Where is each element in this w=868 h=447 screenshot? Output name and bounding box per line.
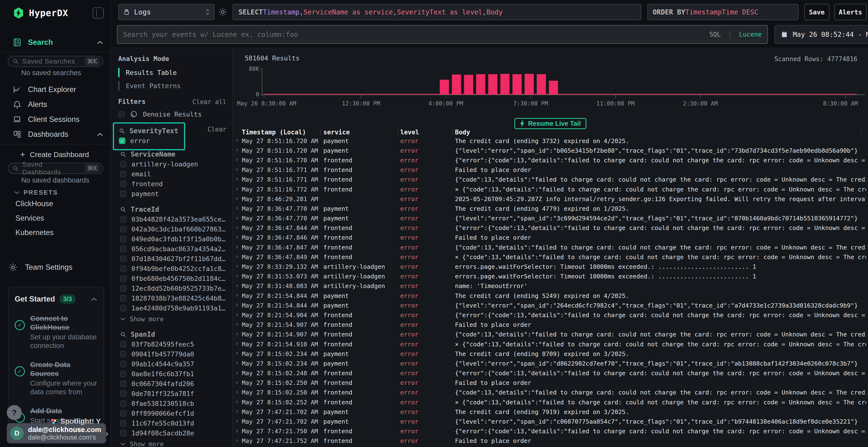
table-row[interactable]: ›May 27 8:46:29.281 AMerror2025-05-26T09…	[233, 194, 868, 204]
checkbox[interactable]	[120, 255, 127, 262]
filter-option[interactable]: 18287038b73e882425c64b8…	[120, 294, 232, 303]
filter-option[interactable]: 049ed0ac3fdb1f3f15a0b0b…	[120, 234, 232, 244]
filter-option[interactable]: 12ec8dd52b60b9525733b7e…	[120, 283, 232, 294]
checkbox[interactable]	[120, 171, 127, 177]
row-expand-icon[interactable]: ›	[235, 320, 239, 328]
chevron-up-icon[interactable]	[91, 297, 97, 301]
checkbox[interactable]	[120, 351, 127, 357]
show-more-button[interactable]: Show more	[120, 439, 232, 447]
checkbox[interactable]	[120, 371, 127, 377]
table-row[interactable]: ›May 27 8:36:47.770 AMpaymenterror{"leve…	[233, 214, 868, 223]
mode-results-table[interactable]: Results Table	[118, 66, 177, 78]
save-button[interactable]: Save	[804, 4, 830, 20]
sidebar-item-preset-clickhouse[interactable]: ClickHouse	[16, 199, 53, 208]
filter-option[interactable]: 03f7b824595feec5	[120, 339, 232, 349]
row-expand-icon[interactable]: ›	[235, 398, 239, 405]
row-expand-icon[interactable]: ›	[235, 253, 239, 260]
checkbox[interactable]	[120, 361, 127, 367]
toggle-sql[interactable]: SQL	[709, 31, 721, 38]
table-row[interactable]: ›May 27 8:15:02.250 AMfrontenderrorFaile…	[233, 378, 868, 388]
filter-option[interactable]: email	[120, 169, 232, 179]
resume-live-tail-button[interactable]: Resume Live Tail	[514, 118, 586, 129]
row-expand-icon[interactable]: ›	[235, 282, 239, 289]
checkbox[interactable]	[120, 410, 127, 417]
checkbox[interactable]	[120, 420, 127, 426]
sidebar-item-preset-kubernetes[interactable]: Kubernetes	[16, 228, 54, 237]
table-row[interactable]: ›May 27 8:36:47.849 AMfrontenderror× {"c…	[233, 252, 868, 262]
col-timestamp[interactable]: Timestamp (Local)	[242, 129, 306, 136]
row-expand-icon[interactable]: ›	[235, 408, 239, 415]
filter-option[interactable]: 056cd9acbaac8637a4354a2…	[120, 244, 232, 254]
table-row[interactable]: ›May 27 7:47:21.750 AMfrontenderror{"err…	[233, 426, 868, 436]
row-expand-icon[interactable]: ›	[235, 437, 239, 444]
table-row[interactable]: ›May 27 8:36:47.770 AMpaymenterrorThe cr…	[233, 204, 868, 213]
source-select[interactable]: Logs	[118, 4, 215, 20]
row-expand-icon[interactable]: ›	[235, 146, 239, 153]
histogram-bar[interactable]	[500, 74, 509, 95]
table-row[interactable]: ›May 27 8:21:54.844 AMpaymenterrorThe cr…	[233, 291, 868, 301]
filter-option[interactable]: 07d184304627bf2f11b67dd…	[120, 254, 232, 264]
histogram-bar[interactable]	[440, 80, 449, 95]
show-more-button[interactable]: Show more	[120, 314, 232, 324]
table-row[interactable]: ›May 27 8:36:47.844 AMfrontenderror{"err…	[233, 223, 868, 233]
table-row[interactable]: ›May 27 8:21:54.907 AMfrontenderrorFaile…	[233, 320, 868, 330]
row-expand-icon[interactable]: ›	[235, 204, 239, 211]
checkbox-checked[interactable]: ✓	[119, 138, 125, 144]
filter-option[interactable]: 0c0667304fafd206	[120, 379, 232, 389]
row-expand-icon[interactable]: ›	[235, 224, 239, 231]
table-row[interactable]: ›May 27 8:21:54.844 AMpaymenterror{"leve…	[233, 301, 868, 310]
checkbox[interactable]	[120, 285, 127, 291]
get-started-item[interactable]: ✓Connect to ClickHouseSet up your databa…	[15, 314, 97, 350]
col-service[interactable]: service	[323, 129, 350, 136]
filter-option[interactable]: 0ae8e1f6c6b37fb1	[120, 369, 232, 379]
table-row[interactable]: ›May 27 8:15:02.248 AMfrontenderror{"err…	[233, 369, 868, 378]
filter-option[interactable]: 0de781ff325a781f	[120, 389, 232, 399]
filter-option[interactable]: 042a30c3dc1baf660b27863…	[120, 224, 232, 234]
presets-toggle[interactable]: PRESETS	[14, 189, 58, 196]
row-expand-icon[interactable]: ›	[235, 175, 239, 182]
clear-all-button[interactable]: Clear all	[192, 98, 226, 105]
checkbox[interactable]	[120, 236, 127, 242]
filter-option[interactable]: 0fbe680eb456750b2d1184c…	[120, 274, 232, 283]
filter-option[interactable]: 1ae42480d758e9ab91193a1…	[120, 303, 232, 313]
create-dashboard-button[interactable]: + Create Dashboard	[20, 150, 89, 159]
filter-option[interactable]: payment	[120, 189, 232, 199]
table-row[interactable]: ›May 27 8:31:53.073 AMartillery-loadgene…	[233, 272, 868, 281]
row-expand-icon[interactable]: ›	[235, 417, 239, 424]
table-row[interactable]: ›May 27 8:15:02.234 AMpaymenterrorThe cr…	[233, 349, 868, 358]
histogram-bar[interactable]	[525, 74, 534, 95]
table-row[interactable]: ›May 27 8:51:16.771 AMfrontenderrorFaile…	[233, 165, 868, 175]
table-row[interactable]: ›May 27 8:21:54.904 AMfrontenderror{"err…	[233, 310, 868, 320]
col-body[interactable]: Body	[455, 129, 470, 136]
toggle-lucene[interactable]: Lucene	[739, 31, 762, 38]
row-expand-icon[interactable]: ›	[235, 349, 239, 357]
table-row[interactable]: ›May 27 8:15:02.250 AMfrontenderror{"cod…	[233, 388, 868, 398]
histogram-bar[interactable]	[476, 74, 485, 95]
get-started-item[interactable]: ✓Create Data SourcesConfigure where your…	[15, 360, 97, 396]
alerts-button[interactable]: Alerts	[834, 4, 867, 20]
sidebar-item-preset-services[interactable]: Services	[16, 214, 44, 222]
row-expand-icon[interactable]: ›	[235, 185, 239, 192]
saved-searches-input[interactable]: Saved Searches ⌘K	[8, 56, 103, 67]
results-histogram[interactable]: 80K 0 May 26 8:30:00 AM12:30:00 PM4:00:0…	[233, 65, 867, 111]
sidebar-item-alerts[interactable]: Alerts	[0, 98, 111, 111]
row-expand-icon[interactable]: ›	[235, 369, 239, 376]
table-row[interactable]: ›May 27 8:51:16.771 AMfrontenderror{"cod…	[233, 175, 868, 184]
row-expand-icon[interactable]: ›	[235, 311, 239, 318]
source-settings-button[interactable]	[218, 7, 227, 17]
table-row[interactable]: ›May 27 8:36:47.846 AMfrontenderrorFaile…	[233, 233, 868, 243]
table-row[interactable]: ›May 27 8:51:16.720 AMpaymenterror{"leve…	[233, 146, 868, 156]
header-menu-icon[interactable]: ⋮	[858, 129, 865, 136]
checkbox[interactable]	[120, 161, 127, 167]
severity-clear-button[interactable]: Clear	[208, 126, 226, 133]
table-row[interactable]: ›May 27 8:51:16.720 AMpaymenterrorThe cr…	[233, 136, 868, 146]
sidebar-collapse-icon[interactable]	[93, 7, 104, 19]
denoise-filter[interactable]: Denoise Results	[118, 110, 202, 118]
table-row[interactable]: ›May 27 7:47:21.752 AMfrontenderrorFaile…	[233, 436, 868, 446]
filter-option[interactable]: 0f94b9befe0b4252ccfa1c8…	[120, 264, 232, 274]
row-expand-icon[interactable]: ›	[235, 301, 239, 308]
checkbox[interactable]	[120, 400, 127, 407]
user-menu[interactable]: D dale@clickhouse.com dale@clickhouse.co…	[7, 423, 106, 443]
filter-option[interactable]: 03b44828f42a3573ea655ce…	[120, 214, 232, 224]
row-expand-icon[interactable]: ›	[235, 379, 239, 386]
